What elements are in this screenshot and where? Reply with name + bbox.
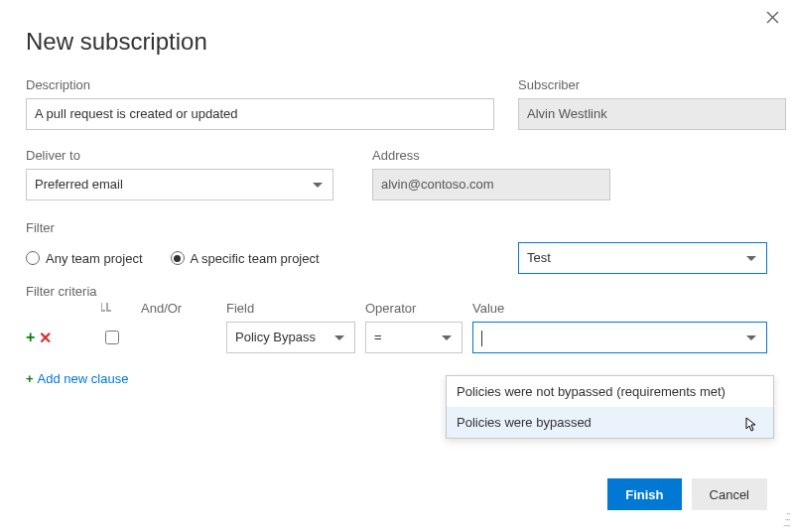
close-icon[interactable] (766, 10, 779, 27)
header-operator: Operator (365, 301, 472, 316)
row-checkbox[interactable] (105, 331, 119, 344)
value-select[interactable] (472, 322, 767, 353)
dropdown-option[interactable]: Policies were bypassed (447, 407, 773, 438)
deliver-label: Deliver to (26, 148, 333, 163)
radio-dot-icon (26, 251, 40, 265)
finish-button[interactable]: Finish (607, 478, 681, 510)
value-dropdown: Policies were not bypassed (requirements… (446, 375, 774, 439)
cancel-button[interactable]: Cancel (692, 478, 767, 510)
address-field: alvin@contoso.com (372, 169, 610, 200)
remove-row-icon[interactable]: ✕ (39, 329, 52, 347)
dialog-title: New subscription (26, 28, 767, 56)
address-label: Address (372, 148, 610, 163)
indent-icon (101, 301, 141, 316)
field-select[interactable]: Policy Bypass (226, 322, 355, 353)
radio-any-label: Any team project (46, 251, 143, 266)
radio-specific-label: A specific team project (191, 251, 320, 266)
project-select[interactable]: Test (518, 242, 767, 274)
dialog-footer: Finish Cancel (607, 478, 767, 510)
header-field: Field (226, 301, 365, 316)
new-subscription-dialog: New subscription Description A pull requ… (0, 0, 793, 406)
add-row-icon[interactable]: + (26, 329, 35, 347)
description-label: Description (26, 77, 494, 92)
description-input[interactable]: A pull request is created or updated (26, 98, 494, 130)
text-caret (481, 331, 482, 346)
subscriber-field: Alvin Westlink (518, 98, 786, 130)
header-andor: And/Or (141, 301, 226, 316)
deliver-select[interactable]: Preferred email (26, 169, 333, 200)
filter-label: Filter (26, 220, 55, 235)
radio-dot-icon (171, 251, 185, 265)
criteria-row: + ✕ Policy Bypass = (26, 322, 767, 353)
add-clause-label: Add new clause (38, 371, 129, 386)
resize-grip-icon[interactable]: ········· (783, 510, 789, 528)
radio-specific-project[interactable]: A specific team project (171, 251, 320, 266)
criteria-label: Filter criteria (26, 284, 767, 299)
dropdown-option[interactable]: Policies were not bypassed (requirements… (447, 376, 773, 407)
subscriber-label: Subscriber (518, 77, 786, 92)
plus-icon: + (26, 371, 34, 386)
operator-select[interactable]: = (365, 322, 463, 353)
header-value: Value (472, 301, 767, 316)
radio-any-project[interactable]: Any team project (26, 251, 143, 266)
